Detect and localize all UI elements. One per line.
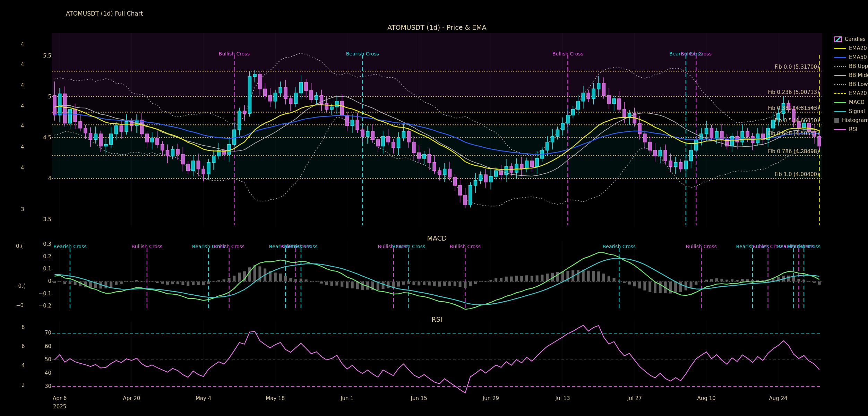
price-y-tick-clipped: 4: [21, 123, 24, 129]
cross-label: Bullish Cross: [214, 243, 244, 250]
fib-label: Fib 0.382 (4.81543): [729, 105, 819, 111]
legend-square-swatch-icon: [834, 118, 839, 123]
price-y-tick: 4.5: [31, 135, 51, 141]
rsi-y-tick-clipped: 8: [22, 324, 25, 330]
legend-item: BB Lower: [834, 80, 868, 89]
cross-label: Bullish Cross: [219, 51, 250, 57]
rsi-y-tick: 40: [31, 370, 51, 376]
price-panel-title: ATOMUSDT (1d) - Price & EMA: [387, 24, 486, 31]
cross-label: Bullish Cross: [131, 243, 162, 250]
legend-label: BB Middle: [849, 72, 868, 78]
fib-label: Fib 1.0 (4.00400): [729, 171, 819, 177]
legend-item: EMA20 B: [834, 89, 868, 98]
legend-item: EMA20: [834, 44, 868, 53]
legend-line-swatch-icon: [834, 93, 846, 94]
macd-y-tick-clipped: −0: [16, 302, 24, 309]
macd-panel-title: MACD: [427, 235, 447, 241]
rsi-y-tick-clipped: 4: [22, 362, 25, 369]
legend-label: Signal: [849, 108, 865, 114]
legend-line-swatch-icon: [834, 129, 846, 130]
price-y-tick: 3.5: [31, 216, 51, 223]
cross-label: Bullish Cross: [450, 243, 481, 250]
x-tick-year: 2025: [44, 404, 75, 410]
legend-item: Candles: [834, 35, 868, 44]
legend-line-swatch-icon: [834, 66, 846, 67]
price-y-tick: 5: [31, 94, 51, 100]
macd-y-tick: 0.3: [31, 241, 51, 247]
fib-label: Fib 0.0 (5.31700): [729, 64, 819, 70]
price-y-tick-clipped: 4: [21, 41, 24, 47]
rsi-y-tick-clipped: 2: [22, 382, 25, 388]
macd-y-tick-clipped: 0.(: [16, 243, 23, 249]
figure-title: ATOMUSDT (1d) Full Chart: [66, 10, 143, 17]
x-tick: Jun 1: [332, 395, 363, 401]
fib-label: Fib 0.236 (5.00713): [729, 89, 819, 95]
legend-item: BB Middle: [834, 71, 868, 80]
rsi-y-tick-clipped: 6: [22, 343, 25, 349]
legend-label: EMA20: [849, 45, 867, 51]
legend-line-swatch-icon: [834, 57, 846, 58]
price-y-tick: 4: [31, 175, 51, 182]
legend-label: Histogram: [842, 117, 868, 123]
legend-item: RSI: [834, 125, 868, 134]
fib-label: Fib 0.618 (4.50557): [729, 130, 819, 137]
legend-line-swatch-icon: [834, 111, 846, 112]
legend-item: Histogram: [834, 116, 868, 125]
legend-item: BB Upper: [834, 62, 868, 71]
cross-label: Bearish Cross: [346, 51, 379, 57]
price-y-tick-clipped: 4: [21, 61, 24, 68]
legend-item: EMA50: [834, 53, 868, 62]
fib-label: Fib 0.5 (4.66050): [729, 118, 819, 124]
chart-figure: ATOMUSDT (1d) Full Chart ATOMUSDT (1d) -…: [0, 0, 868, 416]
rsi-panel-title: RSI: [432, 316, 442, 322]
x-tick: May 4: [188, 395, 219, 401]
x-tick: Aug 10: [691, 395, 722, 401]
macd-y-tick: −0.2: [31, 303, 51, 309]
macd-y-tick-clipped: −0.(: [14, 283, 25, 289]
chart-canvas: [0, 0, 868, 416]
legend-line-swatch-icon: [834, 102, 846, 103]
price-y-tick-clipped: 4: [21, 165, 24, 171]
legend-item: MACD: [834, 98, 868, 107]
legend-line-swatch-icon: [834, 84, 846, 85]
price-y-tick-clipped: 4: [21, 82, 24, 88]
macd-y-tick: 0.2: [31, 253, 51, 260]
legend-label: BB Lower: [849, 81, 868, 87]
rsi-y-tick: 50: [31, 356, 51, 363]
macd-y-tick: −0.1: [31, 291, 51, 297]
price-y-tick-clipped: 3: [21, 206, 24, 213]
rsi-y-tick: 60: [31, 343, 51, 349]
x-tick: Aug 24: [763, 395, 794, 401]
legend: CandlesEMA20EMA50BB UpperBB MiddleBB Low…: [834, 35, 868, 134]
legend-label: RSI: [849, 126, 857, 132]
cross-label: Bearish Cross: [392, 243, 425, 250]
x-tick: Jun 29: [475, 395, 506, 401]
legend-item: Signal: [834, 107, 868, 116]
rsi-y-tick: 70: [31, 330, 51, 336]
cross-label: Bearish Cross: [53, 243, 86, 250]
x-tick: Apr 6: [44, 395, 75, 401]
x-tick: May 18: [260, 395, 291, 401]
legend-label: MACD: [849, 99, 865, 105]
legend-label: EMA20 B: [849, 90, 868, 96]
rsi-y-tick: 30: [31, 383, 51, 389]
legend-label: EMA50: [849, 54, 867, 60]
cross-label: Bearish Cross: [787, 243, 820, 250]
legend-patch-swatch-icon: [834, 36, 842, 42]
legend-label: Candles: [845, 36, 866, 42]
legend-label: BB Upper: [849, 63, 868, 69]
x-tick: Jun 15: [403, 395, 435, 401]
cross-label: Bearish Cross: [603, 243, 636, 250]
x-tick: Jul 13: [547, 395, 578, 401]
price-y-tick-clipped: 4: [21, 144, 24, 150]
price-y-tick-clipped: 4: [21, 103, 24, 109]
cross-label: Bullish Cross: [552, 51, 583, 57]
cross-label: Bullish Cross: [681, 51, 712, 57]
cross-label: Bearish Cross: [284, 243, 317, 250]
x-tick: Apr 20: [116, 395, 147, 401]
fib-label: Fib 0.786 (4.28498): [729, 148, 819, 155]
cross-label: Bullish Cross: [686, 243, 717, 250]
macd-y-tick: 0: [31, 278, 51, 284]
macd-y-tick: 0.1: [31, 266, 51, 272]
legend-line-swatch-icon: [834, 48, 846, 49]
